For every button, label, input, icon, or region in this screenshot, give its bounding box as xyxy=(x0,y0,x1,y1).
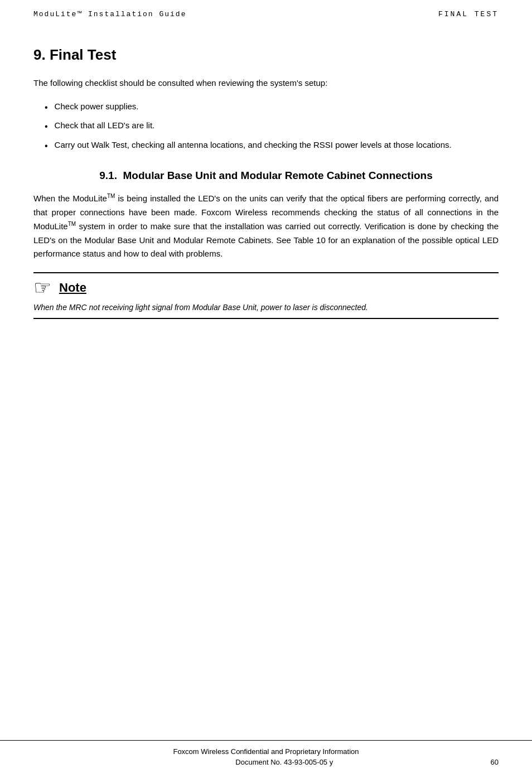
tm-superscript: TM xyxy=(107,193,115,199)
list-item-text: Check that all LED's are lit. xyxy=(55,119,155,132)
footer-document: Document No. 43-93-005-05 y xyxy=(235,758,333,766)
main-content: 9. Final Test The following checklist sh… xyxy=(0,24,532,773)
intro-paragraph: The following checklist should be consul… xyxy=(33,77,499,90)
tm-superscript-2: TM xyxy=(68,221,76,227)
section-number: 9.1. xyxy=(99,170,117,181)
list-item-text: Check power supplies. xyxy=(55,100,139,113)
list-item: Carry out Walk Test, checking all antenn… xyxy=(45,138,499,153)
note-text: When the MRC not receiving light signal … xyxy=(33,301,499,313)
chapter-number: 9. xyxy=(33,46,46,63)
footer-confidential: Foxcom Wireless Confidential and Proprie… xyxy=(33,747,499,756)
header-right-title: FINAL TEST xyxy=(438,10,499,18)
section-title-text: Modular Base Unit and Modular Remote Cab… xyxy=(123,170,432,181)
list-item-text: Carry out Walk Test, checking all antenn… xyxy=(55,138,452,152)
body-paragraph: When the ModuLiteTM is being installed t… xyxy=(33,192,499,261)
footer-bottom: Document No. 43-93-005-05 y 60 xyxy=(33,758,499,766)
note-title: Note xyxy=(59,281,86,295)
chapter-title-text: Final Test xyxy=(50,46,116,63)
page-footer: Foxcom Wireless Confidential and Proprie… xyxy=(0,740,532,773)
page: ModuLite™ Installation Guide FINAL TEST … xyxy=(0,0,532,773)
list-item: Check power supplies. xyxy=(45,100,499,115)
footer-page-number: 60 xyxy=(491,758,499,766)
list-item: Check that all LED's are lit. xyxy=(45,119,499,134)
section-title: 9.1. Modular Base Unit and Modular Remot… xyxy=(33,170,499,182)
note-header: ☞ Note xyxy=(33,278,499,298)
page-header: ModuLite™ Installation Guide FINAL TEST xyxy=(0,0,532,24)
header-left-title: ModuLite™ Installation Guide xyxy=(33,10,186,18)
chapter-title: 9. Final Test xyxy=(33,46,499,64)
note-box: ☞ Note When the MRC not receiving light … xyxy=(33,272,499,319)
checklist: Check power supplies. Check that all LED… xyxy=(45,100,499,153)
note-hand-icon: ☞ xyxy=(33,278,51,298)
